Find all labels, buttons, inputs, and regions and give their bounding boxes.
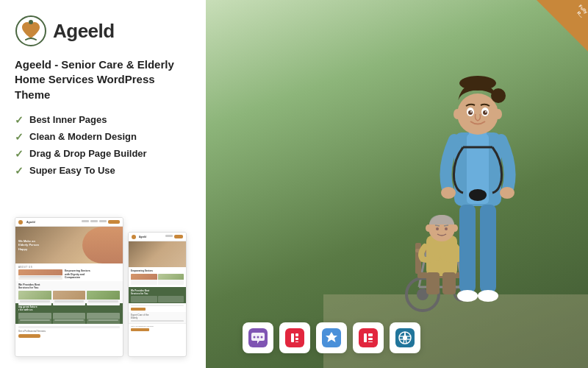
- feature-label-3: Drag & Drop Page Builder: [29, 148, 147, 159]
- mini-cta-btn: [18, 334, 40, 338]
- feature-item-3: ✓ Drag & Drop Page Builder: [15, 148, 191, 160]
- mini-card-2: [53, 291, 86, 305]
- svg-line-21: [435, 225, 440, 226]
- mini-green-title: ing great futurer be with us: [18, 305, 120, 311]
- secondary-screenshot: Ageeld Empowering Seniors We Provides B: [128, 232, 187, 357]
- elementor2-icon: [353, 322, 384, 353]
- svg-rect-45: [459, 205, 476, 293]
- mini-nav-3: [99, 220, 107, 222]
- mini-nav-1: [82, 220, 89, 222]
- elementor-icon: [279, 322, 310, 353]
- svg-rect-61: [368, 333, 373, 336]
- svg-point-52: [261, 336, 263, 339]
- svg-rect-63: [368, 342, 373, 342]
- svg-point-36: [483, 110, 487, 115]
- mini-logo: [18, 220, 23, 224]
- mini-cta-section: Get a Professional Services: [15, 324, 123, 339]
- svg-point-43: [441, 187, 456, 199]
- check-icon-2: ✓: [15, 131, 24, 143]
- mini-green-card-3: [87, 313, 120, 325]
- badge-text: FullyR...: [573, 4, 588, 19]
- svg-point-31: [459, 76, 496, 91]
- mini-hero-image: [82, 227, 123, 263]
- product-title: Ageeld - Senior Care & Elderly Home Serv…: [15, 57, 191, 102]
- main-container: Ageeld Ageeld - Senior Care & Elderly Ho…: [0, 0, 588, 368]
- mini-nav: [82, 220, 120, 224]
- page-builder-icon: [316, 322, 347, 353]
- mini-hero: We Make anElderly PersonHappy: [15, 227, 123, 263]
- mini-nav-2: [165, 235, 183, 238]
- svg-rect-26: [442, 272, 456, 294]
- features-list: ✓ Best Inner Pages ✓ Clean & Modern Desi…: [15, 114, 191, 182]
- plugin-icons-row: [243, 322, 420, 353]
- svg-point-1: [29, 20, 33, 24]
- svg-rect-55: [295, 333, 298, 336]
- check-icon-3: ✓: [15, 148, 24, 160]
- svg-rect-54: [291, 333, 294, 342]
- people-illustration: [323, 15, 588, 368]
- svg-point-50: [254, 336, 256, 339]
- svg-rect-62: [368, 338, 373, 340]
- feature-label-4: Super Easy To Use: [29, 165, 115, 176]
- mini-card-3: [87, 291, 120, 305]
- svg-point-37: [470, 111, 472, 113]
- svg-rect-59: [359, 328, 378, 347]
- svg-rect-56: [295, 338, 298, 340]
- mini-nav-2: [90, 220, 98, 222]
- svg-rect-25: [426, 272, 440, 294]
- main-screenshot: Ageeld We Make anElderly PersonHappy AB: [15, 217, 123, 357]
- svg-point-20: [445, 227, 448, 230]
- svg-point-44: [500, 187, 514, 199]
- mini-card-1: [18, 291, 51, 305]
- feature-item-4: ✓ Super Easy To Use: [15, 165, 191, 177]
- mini-green-card-1: [18, 313, 51, 325]
- left-panel: Ageeld Ageeld - Senior Care & Elderly Ho…: [0, 0, 206, 368]
- svg-line-22: [444, 225, 448, 226]
- mini-services-section: We Provides BestServices for You: [15, 281, 123, 303]
- svg-rect-60: [364, 333, 367, 342]
- svg-point-35: [468, 110, 473, 115]
- svg-rect-57: [295, 342, 298, 342]
- mini-about-section: ABOUT US Empowering Seniorswith Dignity …: [15, 263, 123, 281]
- screenshots-area: Ageeld We Make anElderly PersonHappy AB: [15, 194, 191, 357]
- mini-hero-text: We Make anElderly PersonHappy: [18, 239, 39, 252]
- mini-header-2: Ageeld: [129, 233, 186, 241]
- svg-point-41: [469, 189, 487, 201]
- check-icon-4: ✓: [15, 165, 24, 177]
- logo-text: Ageeld: [53, 20, 115, 43]
- svg-point-38: [485, 111, 487, 113]
- right-panel: FullyR...: [206, 0, 588, 368]
- mini-nav-btn: [108, 220, 120, 224]
- svg-point-47: [457, 290, 478, 302]
- svg-point-19: [436, 227, 439, 230]
- woocommerce-icon: [243, 322, 273, 353]
- mini-logo-2: [132, 235, 136, 239]
- mini-nav-dot-1: [165, 235, 173, 237]
- mini-service-cards: [18, 291, 120, 305]
- svg-point-32: [491, 88, 506, 103]
- feature-item-1: ✓ Best Inner Pages: [15, 114, 191, 126]
- logo-icon: [15, 15, 47, 47]
- svg-rect-53: [285, 328, 304, 347]
- svg-point-39: [453, 109, 461, 119]
- svg-point-24: [452, 224, 458, 232]
- svg-point-40: [495, 109, 502, 119]
- svg-point-51: [257, 336, 259, 339]
- mini-nav-btn-2: [174, 235, 183, 238]
- feature-label-2: Clean & Modern Design: [29, 131, 137, 142]
- mini-green-section: ing great futurer be with us: [15, 303, 123, 324]
- logo-area: Ageeld: [15, 15, 191, 47]
- mini-green-card-2: [53, 313, 86, 325]
- mini-cta-bar: [18, 326, 120, 328]
- wordpress-icon: [390, 322, 420, 353]
- svg-point-23: [426, 224, 431, 232]
- svg-point-48: [478, 290, 498, 302]
- mini-header: Ageeld: [15, 218, 123, 227]
- check-icon-1: ✓: [15, 114, 24, 126]
- feature-item-2: ✓ Clean & Modern Design: [15, 131, 191, 143]
- feature-label-1: Best Inner Pages: [29, 114, 107, 125]
- mini-green-cards: [18, 313, 120, 325]
- svg-rect-46: [480, 205, 496, 293]
